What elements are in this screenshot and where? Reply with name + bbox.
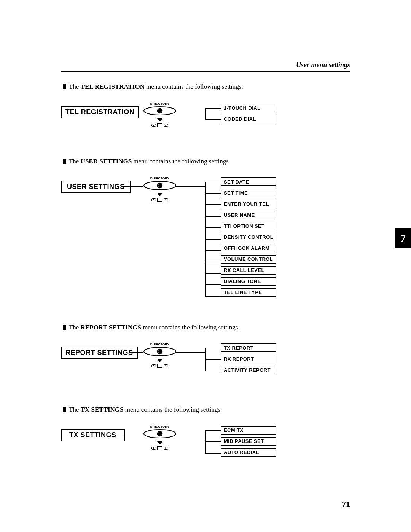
chevron-down-icon bbox=[157, 359, 163, 363]
option-box: MID PAUSE SET bbox=[221, 437, 276, 446]
option-box: RX CALL LEVEL bbox=[221, 266, 276, 275]
nav-bottom-icons bbox=[137, 364, 183, 368]
tiny-rect-icon bbox=[157, 198, 162, 202]
page-number: 71 bbox=[342, 499, 350, 509]
tiny-oval-icon bbox=[164, 198, 168, 201]
tiny-rect-icon bbox=[157, 364, 162, 368]
section-intro: The TEL REGISTRATION menu contains the f… bbox=[63, 83, 350, 91]
option-box: TTI OPTION SET bbox=[221, 222, 276, 230]
tiny-oval-icon bbox=[164, 447, 168, 450]
option-box: USER NAME bbox=[221, 211, 276, 219]
intro-bold: USER SETTINGS bbox=[81, 158, 132, 165]
nav-block: DIRECTORY bbox=[137, 343, 183, 370]
option-box: VOLUME CONTROL bbox=[221, 255, 276, 264]
tiny-oval-icon bbox=[164, 124, 168, 127]
option-box: ENTER YOUR TEL bbox=[221, 200, 276, 208]
option-box: TEL LINE TYPE bbox=[221, 288, 276, 297]
nav-eye-icon bbox=[143, 181, 177, 190]
tiny-rect-icon bbox=[157, 446, 162, 450]
option-box: CODED DIAL bbox=[221, 115, 276, 123]
nav-block: DIRECTORY bbox=[137, 177, 183, 204]
intro-text: The bbox=[69, 83, 81, 90]
nav-label: DIRECTORY bbox=[137, 343, 183, 346]
option-box: SET DATE bbox=[221, 177, 276, 186]
intro-text: The bbox=[69, 324, 81, 331]
nav-block: DIRECTORY bbox=[137, 425, 183, 452]
svg-marker-9 bbox=[157, 118, 163, 121]
svg-marker-39 bbox=[157, 359, 163, 362]
chevron-down-icon bbox=[157, 441, 163, 445]
tiny-oval-icon bbox=[151, 447, 156, 450]
intro-text: The bbox=[69, 158, 81, 165]
intro-bold: TEL REGISTRATION bbox=[81, 83, 145, 90]
nav-eye-icon bbox=[143, 429, 177, 439]
option-box: OFFHOOK ALARM bbox=[221, 244, 276, 252]
intro-bold: REPORT SETTINGS bbox=[81, 324, 141, 331]
section-intro: The REPORT SETTINGS menu contains the fo… bbox=[63, 324, 350, 331]
nav-bottom-icons bbox=[137, 123, 183, 127]
option-box: SET TIME bbox=[221, 189, 276, 197]
nav-bottom-icons bbox=[137, 446, 183, 450]
section-intro: The USER SETTINGS menu contains the foll… bbox=[63, 158, 350, 165]
option-box: ECM TX bbox=[221, 426, 276, 435]
option-box: 1-TOUCH DIAL bbox=[221, 104, 276, 112]
bullet-icon bbox=[63, 159, 66, 164]
section-intro: The TX SETTINGS menu contains the follow… bbox=[63, 406, 350, 414]
bullet-icon bbox=[63, 407, 66, 412]
intro-text: The bbox=[69, 406, 81, 413]
nav-eye-icon bbox=[143, 347, 177, 356]
svg-marker-50 bbox=[157, 441, 163, 444]
bullet-icon bbox=[63, 84, 66, 89]
intro-text: menu contains the following settings. bbox=[141, 324, 240, 331]
svg-marker-28 bbox=[157, 193, 163, 196]
tiny-oval-icon bbox=[151, 364, 156, 367]
option-box: AUTO REDIAL bbox=[221, 448, 276, 457]
chapter-tab: 7 bbox=[395, 228, 411, 248]
option-box: TX REPORT bbox=[221, 343, 276, 352]
tiny-oval-icon bbox=[151, 198, 156, 201]
tiny-oval-icon bbox=[164, 364, 168, 367]
nav-label: DIRECTORY bbox=[137, 425, 183, 428]
option-box: DIALING TONE bbox=[221, 277, 276, 286]
option-box: RX REPORT bbox=[221, 355, 276, 363]
nav-label: DIRECTORY bbox=[137, 102, 183, 105]
intro-bold: TX SETTINGS bbox=[81, 406, 124, 413]
page-header-title: User menu settings bbox=[61, 61, 350, 69]
tiny-rect-icon bbox=[157, 123, 162, 127]
option-box: ACTIVITY REPORT bbox=[221, 366, 276, 374]
nav-eye-icon bbox=[143, 106, 177, 116]
nav-bottom-icons bbox=[137, 198, 183, 202]
bullet-icon bbox=[63, 325, 66, 330]
intro-text: menu contains the following settings. bbox=[124, 406, 222, 413]
nav-block: DIRECTORY bbox=[137, 102, 183, 129]
option-box: DENSITY CONTROL bbox=[221, 233, 276, 241]
tiny-oval-icon bbox=[151, 124, 156, 127]
chevron-down-icon bbox=[157, 118, 163, 122]
intro-text: menu contains the following settings. bbox=[132, 158, 230, 165]
header-rule bbox=[61, 71, 350, 72]
intro-text: menu contains the following settings. bbox=[145, 83, 243, 90]
nav-label: DIRECTORY bbox=[137, 177, 183, 180]
chevron-down-icon bbox=[157, 193, 163, 197]
